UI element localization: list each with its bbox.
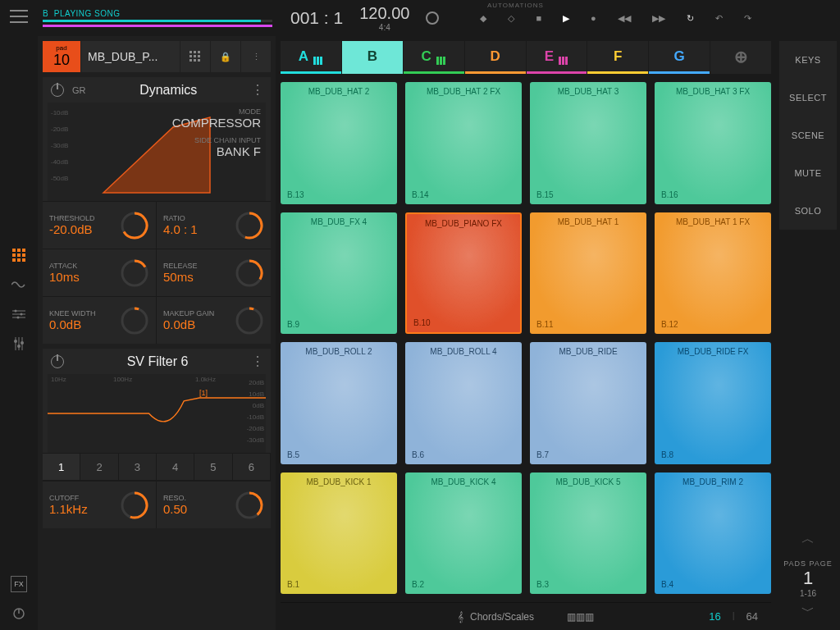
fx2-power-icon[interactable]	[51, 355, 64, 368]
menu-icon[interactable]	[10, 10, 28, 23]
automation-write-icon[interactable]: ◇	[508, 13, 514, 24]
bank-G[interactable]: G	[649, 41, 710, 74]
pad-B.15[interactable]: MB_DUB_HAT 3B.15	[530, 82, 646, 204]
fx2-param-0[interactable]: CUTOFF1.1kHz	[43, 481, 157, 528]
power-icon[interactable]	[11, 605, 27, 622]
fx1-more-icon[interactable]: ⋮	[251, 82, 262, 98]
pad-B.2[interactable]: MB_DUB_KICK 4B.2	[405, 472, 522, 595]
filter-tab-3[interactable]: 3	[119, 454, 157, 480]
pad-B.9[interactable]: MB_DUB_FX 4B.9	[281, 212, 397, 335]
svg-rect-6	[12, 258, 16, 262]
svg-rect-3	[12, 253, 16, 257]
filter-tab-2[interactable]: 2	[80, 454, 118, 480]
redo-button[interactable]: ↷	[744, 13, 751, 24]
undo-button[interactable]: ↶	[715, 13, 723, 24]
more-icon[interactable]: ⋮	[241, 41, 271, 72]
page-down-icon[interactable]: ﹀	[779, 598, 837, 625]
wave-icon[interactable]	[11, 276, 27, 293]
knob-icon[interactable]	[235, 211, 264, 240]
forward-button[interactable]: ▶▶	[652, 13, 665, 24]
loop-button[interactable]: ↻	[687, 13, 694, 24]
fx2-more-icon[interactable]: ⋮	[251, 354, 262, 369]
count-total[interactable]: 64	[746, 610, 758, 623]
sidebar-keys-button[interactable]: KEYS	[779, 41, 837, 79]
fx1-power-icon[interactable]	[51, 84, 64, 97]
knob-icon[interactable]	[120, 306, 149, 336]
filter-tab-4[interactable]: 4	[157, 454, 194, 480]
svg-rect-24	[194, 51, 196, 53]
pad-name[interactable]: MB_DUB_P...	[81, 41, 180, 72]
page-up-icon[interactable]: ︿	[779, 526, 837, 553]
keyboard-button[interactable]: ▥▥▥	[567, 611, 594, 623]
pad-number-badge[interactable]: pad 10	[43, 41, 80, 72]
pads-page-control: ︿ PADS PAGE 1 1-16 ﹀	[779, 526, 837, 625]
svg-rect-46	[559, 57, 561, 65]
tempo-display[interactable]: 120.00 4:4	[359, 4, 409, 32]
knob-icon[interactable]	[235, 258, 264, 288]
position-display[interactable]: 001 : 1	[290, 8, 343, 28]
fx1-param-1[interactable]: RATIO4.0 : 1	[157, 201, 271, 249]
fx1-param-5[interactable]: MAKEUP GAIN0.0dB	[157, 296, 271, 344]
bank-D[interactable]: D	[465, 41, 526, 74]
svg-rect-43	[436, 57, 439, 65]
fx1-param-3[interactable]: RELEASE50ms	[157, 249, 271, 296]
svg-rect-29	[189, 59, 192, 62]
filter-tab-5[interactable]: 5	[194, 454, 232, 480]
piano-icon: ▥▥▥	[567, 611, 594, 623]
song-indicator[interactable]: B PLAYING SONG	[43, 9, 272, 27]
bank-F[interactable]: F	[587, 41, 648, 74]
automation-read-icon[interactable]: ◆	[480, 13, 486, 24]
filter-graph[interactable]: 10Hz 100Hz 1.0kHz 20dB 10dB 0dB -10dB -2…	[48, 374, 266, 453]
knob-icon[interactable]	[120, 211, 149, 240]
filter-tab-6[interactable]: 6	[233, 454, 271, 480]
svg-point-10	[15, 310, 17, 313]
record-button[interactable]: ●	[591, 13, 596, 23]
pad-B.10[interactable]: MB_DUB_PIANO FXB.10	[405, 212, 522, 335]
pad-B.16[interactable]: MB_DUB_HAT 3 FXB.16	[655, 82, 771, 204]
pad-B.12[interactable]: MB_DUB_HAT 1 FXB.12	[655, 212, 771, 335]
chords-scales-button[interactable]: 𝄞Chords/Scales	[458, 611, 534, 623]
add-bank-button[interactable]: ⊕	[710, 41, 771, 74]
pad-B.7[interactable]: MB_DUB_RIDEB.7	[530, 342, 646, 464]
pad-B.11[interactable]: MB_DUB_HAT 1B.11	[530, 212, 646, 335]
knob-icon[interactable]	[120, 491, 149, 520]
bank-C[interactable]: C	[404, 41, 464, 74]
pad-B.4[interactable]: MB_DUB_RIM 2B.4	[655, 472, 771, 595]
sliders-icon[interactable]	[11, 336, 27, 352]
svg-point-37	[237, 308, 262, 333]
sidebar-solo-button[interactable]: SOLO	[779, 192, 837, 230]
pad-B.13[interactable]: MB_DUB_HAT 2B.13	[281, 82, 397, 204]
lock-icon[interactable]: 🔒	[211, 41, 240, 72]
pad-B.3[interactable]: MB_DUB_KICK 5B.3	[530, 472, 646, 595]
knob-icon[interactable]	[235, 306, 264, 336]
filter-marker: [1]	[199, 389, 208, 397]
fx2-param-1[interactable]: RESO.0.50	[157, 481, 271, 528]
play-button[interactable]: ▶	[563, 13, 569, 24]
sidebar-scene-button[interactable]: SCENE	[779, 116, 837, 154]
fx1-param-0[interactable]: THRESHOLD-20.0dB	[43, 201, 157, 249]
sidebar-mute-button[interactable]: MUTE	[779, 154, 837, 192]
pad-B.14[interactable]: MB_DUB_HAT 2 FXB.14	[405, 82, 522, 204]
pad-B.6[interactable]: MB_DUB_ROLL 4B.6	[405, 342, 522, 464]
grid-toggle-icon[interactable]	[180, 41, 210, 72]
stop-button[interactable]: ■	[536, 13, 541, 23]
fx1-param-4[interactable]: KNEE WIDTH0.0dB	[43, 296, 157, 344]
bank-A[interactable]: A	[281, 41, 341, 74]
count-visible[interactable]: 16	[709, 610, 720, 623]
sidebar-select-button[interactable]: SELECT	[779, 79, 837, 116]
pad-B.1[interactable]: MB_DUB_KICK 1B.1	[281, 472, 397, 595]
knob-icon[interactable]	[235, 491, 264, 520]
bank-B[interactable]: B	[342, 41, 403, 74]
fx1-param-2[interactable]: ATTACK10ms	[43, 249, 157, 296]
knob-icon[interactable]	[120, 258, 149, 288]
pad-B.8[interactable]: MB_DUB_RIDE FXB.8	[655, 342, 771, 464]
pad-B.5[interactable]: MB_DUB_ROLL 2B.5	[281, 342, 397, 464]
compressor-graph[interactable]: -10dB -20dB -30dB -40dB -50dB MODE COMPR…	[48, 103, 266, 201]
filter-tab-1[interactable]: 1	[43, 454, 80, 480]
mixer-rows-icon[interactable]	[11, 306, 27, 322]
fx-icon[interactable]: FX	[11, 576, 27, 592]
rewind-button[interactable]: ◀◀	[618, 13, 631, 24]
grid-view-icon[interactable]	[11, 247, 27, 263]
bank-E[interactable]: E	[527, 41, 587, 74]
metronome-icon[interactable]	[426, 11, 439, 25]
